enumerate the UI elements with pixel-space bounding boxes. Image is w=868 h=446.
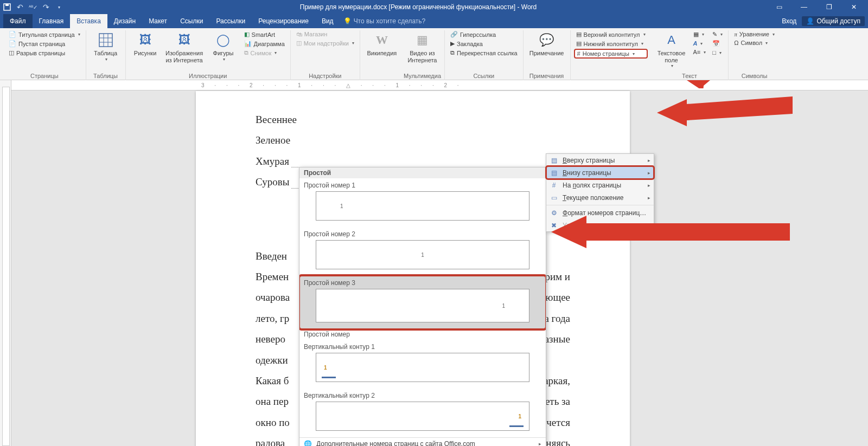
online-video-button[interactable]: ▦Видео из Интернета bbox=[404, 30, 441, 64]
shapes-icon: ◯ bbox=[215, 31, 232, 49]
symbol-button[interactable]: ΩСимвол▾ bbox=[732, 39, 777, 47]
shapes-button[interactable]: ◯Фигуры▾ bbox=[207, 30, 240, 63]
signin-link[interactable]: Вход bbox=[782, 17, 796, 25]
signature-line-button[interactable]: ✎▾ bbox=[710, 30, 725, 38]
page-margins-icon: # bbox=[550, 181, 558, 190]
quick-access-toolbar: ↶ ᴬᴮ✓ ↷ ▾ bbox=[2, 2, 64, 12]
footer-button[interactable]: ▤Нижний колонтитул▾ bbox=[574, 40, 648, 48]
tab-layout[interactable]: Макет bbox=[142, 14, 174, 28]
footer-icon: ▤ bbox=[576, 40, 582, 47]
page-break-button[interactable]: ◫Разрыв страницы bbox=[7, 49, 82, 57]
maximize-button[interactable]: ❐ bbox=[817, 0, 841, 14]
quick-parts-icon: ▦ bbox=[693, 31, 699, 38]
annotation-arrow bbox=[657, 96, 793, 129]
chevron-down-icon: ▾ bbox=[78, 32, 80, 37]
redo-icon[interactable]: ↷ bbox=[41, 2, 51, 12]
menu-top-of-page[interactable]: ▤Вверху страницы▸ bbox=[546, 154, 654, 166]
tab-review[interactable]: Рецензирование bbox=[252, 14, 315, 28]
cover-page-button[interactable]: 📄Титульная страница▾ bbox=[7, 30, 82, 38]
header-icon: ▤ bbox=[576, 31, 582, 38]
gallery-item-vertical-1[interactable]: Вертикальный контур 1 1 bbox=[299, 340, 546, 389]
wordart-button[interactable]: A▾ bbox=[691, 40, 709, 47]
horizontal-ruler: 3 · · · 2 · · · 1 · · · △ · · · 1 · · · … bbox=[11, 80, 868, 91]
my-addins-button[interactable]: ◫Мои надстройки▾ bbox=[294, 39, 356, 47]
date-time-button[interactable]: 📅 bbox=[710, 40, 725, 48]
group-links-label: Ссылки bbox=[473, 72, 494, 80]
svg-rect-1 bbox=[5, 4, 9, 6]
gallery-section-header: Простой bbox=[299, 167, 546, 178]
crossref-button[interactable]: ⧉Перекрестная ссылка bbox=[448, 49, 520, 57]
svg-marker-10 bbox=[657, 99, 687, 126]
menu-page-margins[interactable]: #На полях страницы▸ bbox=[546, 179, 654, 191]
gallery-item-simple-1[interactable]: Простой номер 1 1 bbox=[299, 178, 546, 227]
page-top-icon: ▤ bbox=[550, 156, 558, 165]
format-icon: ⚙ bbox=[550, 209, 558, 217]
doc-text: Зеленое bbox=[256, 134, 290, 146]
menu-format-page-numbers[interactable]: ⚙Формат номеров страниц… bbox=[546, 206, 654, 219]
tab-design[interactable]: Дизайн bbox=[107, 14, 142, 28]
object-button[interactable]: □▾ bbox=[710, 49, 725, 56]
vertical-ruler bbox=[0, 80, 11, 446]
tab-mailings[interactable]: Рассылки bbox=[209, 14, 252, 28]
dropcap-button[interactable]: A≡▾ bbox=[691, 48, 709, 56]
bookmark-button[interactable]: ▶Закладка bbox=[448, 40, 520, 48]
hyperlink-button[interactable]: 🔗Гиперссылка bbox=[448, 30, 520, 38]
video-icon: ▦ bbox=[413, 31, 431, 49]
gallery-item-simple-2[interactable]: Простой номер 2 1 bbox=[299, 227, 546, 276]
table-button[interactable]: Таблица▾ bbox=[90, 30, 122, 63]
doc-text: Хмурая bbox=[256, 153, 289, 170]
comment-button[interactable]: 💬Примечание bbox=[527, 30, 567, 58]
online-pictures-button[interactable]: 🖼Изображения из Интернета bbox=[164, 30, 205, 64]
spellcheck-icon[interactable]: ᴬᴮ✓ bbox=[28, 2, 38, 12]
gallery-item-simple-3[interactable]: Простой номер 3 1 bbox=[299, 276, 546, 329]
cover-page-icon: 📄 bbox=[9, 31, 16, 38]
remove-icon: ✖ bbox=[550, 221, 558, 230]
chart-button[interactable]: 📊Диаграмма bbox=[242, 40, 287, 48]
wikipedia-button[interactable]: WВикипедия bbox=[363, 30, 400, 58]
minimize-button[interactable]: — bbox=[792, 0, 816, 14]
close-button[interactable]: ✕ bbox=[842, 0, 866, 14]
share-button[interactable]: 👤 Общий доступ bbox=[802, 16, 865, 26]
header-button[interactable]: ▤Верхний колонтитул▾ bbox=[574, 30, 648, 38]
tab-home[interactable]: Главная bbox=[33, 14, 71, 28]
textbox-button[interactable]: AТекстовое поле▾ bbox=[654, 30, 689, 69]
object-icon: □ bbox=[712, 49, 716, 56]
menu-bottom-of-page[interactable]: ▤Внизу страницы▸ bbox=[546, 166, 654, 179]
blank-page-icon: 📄 bbox=[9, 40, 16, 47]
doc-text: Весеннее bbox=[256, 114, 297, 125]
signature-icon: ✎ bbox=[712, 31, 717, 38]
qat-more-icon[interactable]: ▾ bbox=[54, 2, 64, 12]
blank-page-button[interactable]: 📄Пустая страница bbox=[7, 40, 82, 48]
quick-parts-button[interactable]: ▦▾ bbox=[691, 30, 709, 38]
gallery-section-header: Простой номер bbox=[299, 329, 546, 340]
save-icon[interactable] bbox=[2, 2, 12, 12]
smartart-button[interactable]: ◧SmartArt bbox=[242, 30, 287, 38]
screenshot-button[interactable]: ⧉Снимок▾ bbox=[242, 49, 287, 57]
menu-current-position[interactable]: ▭Текущее положение▸ bbox=[546, 191, 654, 204]
store-icon: 🛍 bbox=[296, 31, 302, 37]
store-button[interactable]: 🛍Магазин bbox=[294, 30, 356, 38]
tab-references[interactable]: Ссылки bbox=[174, 14, 209, 28]
equation-icon: π bbox=[734, 31, 737, 37]
gallery-more-office[interactable]: 🌐Дополнительные номера страниц с сайта O… bbox=[299, 438, 546, 446]
tab-file[interactable]: Файл bbox=[3, 14, 33, 28]
screenshot-icon: ⧉ bbox=[244, 49, 248, 56]
tab-view[interactable]: Вид bbox=[315, 14, 340, 28]
pictures-button[interactable]: 🖼Рисунки bbox=[129, 30, 162, 58]
table-icon bbox=[97, 31, 114, 49]
page-bottom-icon: ▤ bbox=[550, 169, 558, 177]
page-number-button[interactable]: #Номер страницы▾ bbox=[574, 49, 648, 59]
menu-remove-page-numbers: ✖Удалить номера страниц bbox=[546, 219, 654, 231]
hyperlink-icon: 🔗 bbox=[450, 31, 458, 38]
undo-icon[interactable]: ↶ bbox=[15, 2, 25, 12]
page-number-gallery: Простой Простой номер 1 1 Простой номер … bbox=[299, 167, 546, 446]
title-bar: ↶ ᴬᴮ✓ ↷ ▾ Пример для нумерации.docx [Реж… bbox=[0, 0, 868, 14]
tab-insert[interactable]: Вставка bbox=[70, 14, 107, 28]
pictures-icon: 🖼 bbox=[137, 31, 154, 49]
gallery-item-vertical-2[interactable]: Вертикальный контур 2 1 bbox=[299, 389, 546, 437]
ribbon-options-icon[interactable]: ▭ bbox=[767, 0, 791, 14]
equation-button[interactable]: πУравнение▾ bbox=[732, 30, 777, 38]
tell-me[interactable]: 💡 Что вы хотите сделать? bbox=[343, 14, 426, 28]
date-icon: 📅 bbox=[712, 40, 720, 47]
smartart-icon: ◧ bbox=[244, 31, 250, 38]
